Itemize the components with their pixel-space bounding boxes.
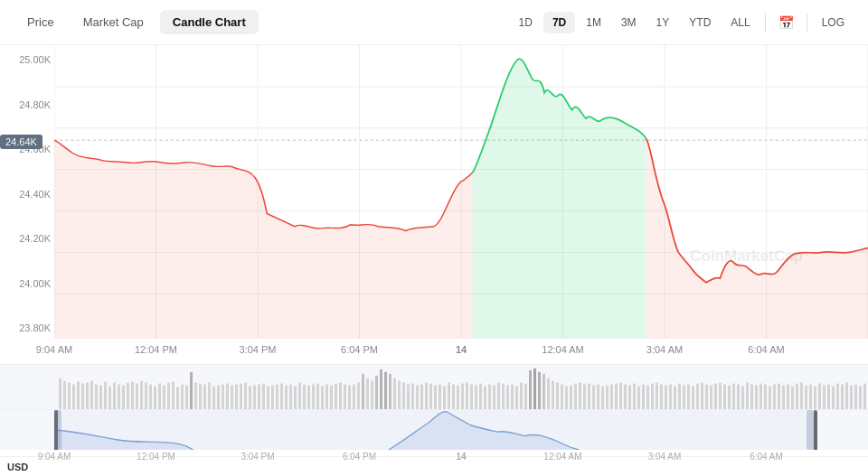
svg-rect-159 xyxy=(701,383,703,409)
svg-rect-134 xyxy=(588,384,590,409)
svg-rect-37 xyxy=(149,385,152,409)
svg-rect-184 xyxy=(814,387,816,409)
svg-rect-95 xyxy=(411,384,414,409)
navigator-left-handle[interactable] xyxy=(54,410,61,450)
svg-rect-35 xyxy=(140,381,143,409)
svg-rect-60 xyxy=(253,386,256,409)
svg-rect-17 xyxy=(59,378,61,409)
svg-rect-23 xyxy=(86,383,89,409)
svg-rect-113 xyxy=(493,386,495,409)
svg-rect-41 xyxy=(167,383,170,409)
svg-rect-20 xyxy=(72,385,75,409)
svg-rect-142 xyxy=(624,385,627,409)
svg-rect-143 xyxy=(628,386,631,409)
svg-rect-158 xyxy=(696,384,699,409)
ctrl-all[interactable]: ALL xyxy=(722,12,759,33)
svg-rect-18 xyxy=(63,381,66,409)
tab-candle-chart[interactable]: Candle Chart xyxy=(160,10,259,34)
mini-x-label-1: 12:04 PM xyxy=(137,452,175,462)
ctrl-1d[interactable]: 1D xyxy=(510,12,542,33)
svg-rect-28 xyxy=(108,387,111,409)
svg-rect-162 xyxy=(714,384,717,409)
ctrl-3m[interactable]: 3M xyxy=(612,12,646,33)
svg-rect-105 xyxy=(457,386,459,409)
svg-rect-77 xyxy=(330,386,333,409)
svg-rect-84 xyxy=(362,374,364,409)
time-controls: 1D 7D 1M 3M 1Y YTD ALL 📅 LOG xyxy=(510,11,854,34)
main-container: Price Market Cap Candle Chart 1D 7D 1M 3… xyxy=(0,0,868,476)
svg-rect-74 xyxy=(316,384,319,409)
svg-rect-92 xyxy=(398,381,401,409)
svg-rect-193 xyxy=(854,385,857,409)
svg-rect-144 xyxy=(633,384,636,409)
svg-rect-128 xyxy=(561,385,563,409)
svg-rect-38 xyxy=(154,387,156,409)
svg-rect-62 xyxy=(262,384,265,409)
ctrl-7d[interactable]: 7D xyxy=(543,12,575,33)
svg-rect-119 xyxy=(520,383,523,409)
svg-rect-51 xyxy=(212,387,215,409)
volume-svg xyxy=(0,365,868,409)
svg-rect-122 xyxy=(533,369,536,409)
svg-rect-195 xyxy=(863,384,866,409)
tab-market-cap[interactable]: Market Cap xyxy=(71,10,156,34)
svg-rect-146 xyxy=(642,385,645,409)
svg-rect-39 xyxy=(158,384,161,409)
chart-area: 25.00K 24.80K 24.60K 24.40K 24.20K 24.00… xyxy=(0,45,868,476)
svg-rect-155 xyxy=(683,386,685,409)
volume-area xyxy=(0,364,868,409)
svg-rect-138 xyxy=(606,386,609,409)
calendar-icon[interactable]: 📅 xyxy=(771,11,801,34)
svg-rect-115 xyxy=(502,384,505,409)
currency-label: USD xyxy=(4,462,28,472)
svg-rect-90 xyxy=(389,374,392,409)
svg-rect-61 xyxy=(258,385,260,409)
x-label-2: 3:04 PM xyxy=(240,344,277,355)
svg-rect-164 xyxy=(723,385,726,409)
navigator: 9:04 AM 12:04 PM 3:04 PM 6:04 PM 14 12:0… xyxy=(0,409,868,456)
y-label-2: 24.80K xyxy=(4,99,51,110)
y-label-5: 24.20K xyxy=(4,233,51,244)
svg-rect-150 xyxy=(660,385,663,409)
svg-rect-27 xyxy=(104,382,107,409)
ctrl-1m[interactable]: 1M xyxy=(577,12,610,33)
navigator-right-handle[interactable] xyxy=(807,410,814,450)
mini-x-label-6: 3:04 AM xyxy=(648,452,682,462)
svg-rect-111 xyxy=(484,387,486,409)
svg-rect-46 xyxy=(190,372,193,409)
svg-rect-45 xyxy=(185,386,188,409)
svg-rect-56 xyxy=(235,385,238,409)
svg-rect-103 xyxy=(448,383,450,409)
svg-rect-68 xyxy=(289,385,292,409)
svg-rect-78 xyxy=(335,384,337,409)
svg-rect-175 xyxy=(773,385,776,409)
svg-rect-185 xyxy=(818,384,821,409)
svg-rect-199 xyxy=(54,410,817,450)
svg-rect-186 xyxy=(823,386,826,409)
svg-rect-140 xyxy=(615,384,618,409)
svg-rect-99 xyxy=(429,384,432,409)
svg-rect-21 xyxy=(77,382,80,409)
svg-rect-87 xyxy=(375,376,378,409)
tab-price[interactable]: Price xyxy=(14,10,67,34)
svg-rect-129 xyxy=(565,387,568,409)
svg-rect-139 xyxy=(610,385,613,409)
svg-rect-88 xyxy=(380,369,382,409)
svg-rect-109 xyxy=(475,386,477,409)
svg-rect-194 xyxy=(859,387,862,409)
ctrl-ytd[interactable]: YTD xyxy=(680,12,720,33)
svg-rect-30 xyxy=(118,385,120,409)
ctrl-1y[interactable]: 1Y xyxy=(647,12,679,33)
svg-rect-65 xyxy=(276,385,278,409)
svg-rect-91 xyxy=(393,378,396,409)
svg-rect-181 xyxy=(800,383,803,409)
svg-rect-106 xyxy=(461,384,464,409)
svg-rect-163 xyxy=(719,383,722,409)
svg-rect-47 xyxy=(194,383,197,409)
svg-rect-98 xyxy=(425,383,428,409)
svg-rect-116 xyxy=(506,386,509,409)
currency-label-bar: USD xyxy=(0,456,868,476)
ctrl-log[interactable]: LOG xyxy=(813,12,854,33)
svg-rect-110 xyxy=(479,384,482,409)
separator-2 xyxy=(807,14,807,32)
